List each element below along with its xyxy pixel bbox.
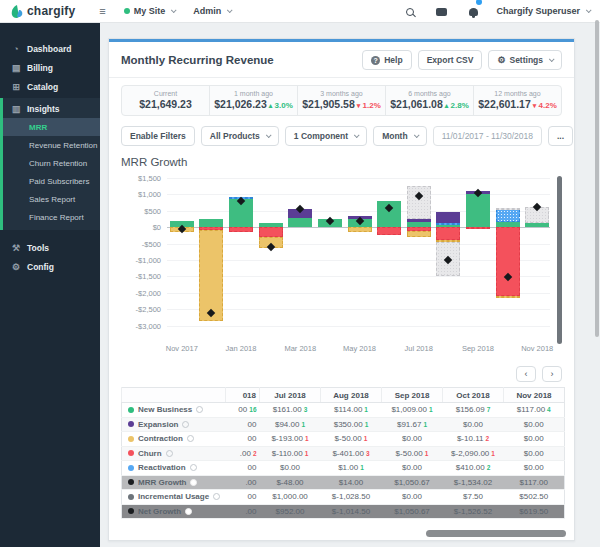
chart-title: MRR Growth xyxy=(121,156,562,168)
bar-segment-incremental_usage[interactable] xyxy=(496,208,520,210)
bar-segment-contraction[interactable] xyxy=(407,231,431,237)
bar-segment-reactivation[interactable] xyxy=(496,209,520,222)
user-menu-label: Chargify Superuser xyxy=(496,6,580,16)
info-icon[interactable] xyxy=(213,493,220,500)
config-icon: ⚙ xyxy=(11,262,21,272)
hamburger-menu-icon[interactable]: ≡ xyxy=(99,5,105,17)
info-icon[interactable] xyxy=(187,435,194,442)
bar-segment-churn[interactable] xyxy=(436,227,460,240)
site-selector[interactable]: My Site xyxy=(124,6,176,16)
info-icon[interactable] xyxy=(185,508,192,515)
search-icon[interactable] xyxy=(406,2,414,20)
messages-icon[interactable] xyxy=(436,2,447,20)
sidebar-item-revenue-retention[interactable]: Revenue Retention xyxy=(3,136,100,154)
bar-segment-new_business[interactable] xyxy=(288,218,312,228)
column-header: Jul 2018 xyxy=(260,388,321,403)
column-header: Oct 2018 xyxy=(443,388,504,403)
bar-segment-reactivation[interactable] xyxy=(436,223,460,225)
y-axis-tick-label: $0 xyxy=(121,223,161,232)
row-label-cell: Contraction xyxy=(122,432,226,447)
help-button-label: Help xyxy=(384,55,402,65)
page-scrollbar xyxy=(595,0,599,547)
value-cell: $1,050.67 xyxy=(382,475,443,490)
series-color-dot xyxy=(128,407,134,413)
chargify-logo[interactable]: chargify xyxy=(10,4,75,19)
products-dropdown-label: All Products xyxy=(210,131,260,141)
value-cell: $0.00 xyxy=(382,461,443,476)
chart-vertical-scrollbar-thumb[interactable] xyxy=(557,176,562,344)
info-icon[interactable] xyxy=(196,406,203,413)
bar-segment-churn[interactable] xyxy=(377,227,401,235)
bar-segment-new_business[interactable] xyxy=(466,194,490,227)
user-menu[interactable]: Chargify Superuser xyxy=(496,6,590,16)
info-icon[interactable] xyxy=(190,479,197,486)
notifications-bell-icon[interactable] xyxy=(469,2,478,20)
bar-segment-churn[interactable] xyxy=(229,227,253,232)
chart-gridline xyxy=(167,309,550,310)
next-page-button[interactable]: › xyxy=(542,366,562,382)
info-icon[interactable] xyxy=(166,450,173,457)
sidebar-item-finance-report[interactable]: Finance Report xyxy=(3,208,100,226)
stat-delta: ▴ 3.0% xyxy=(269,101,293,110)
mrr-breakdown-table: 018Jul 2018Aug 2018Sep 2018Oct 2018Nov 2… xyxy=(121,387,565,519)
bar-segment-churn[interactable] xyxy=(466,227,490,229)
sidebar-item-paid-subscribers[interactable]: Paid Subscribers xyxy=(3,172,100,190)
enable-filters-button[interactable]: Enable Filters xyxy=(121,126,195,146)
bar-segment-contraction[interactable] xyxy=(348,227,372,232)
sidebar-item-mrr[interactable]: MRR xyxy=(3,118,100,136)
sidebar-item-dashboard[interactable]: ◔Dashboard xyxy=(0,39,100,58)
bar-segment-churn[interactable] xyxy=(259,227,283,237)
row-label: MRR Growth xyxy=(138,478,186,487)
sidebar-item-config[interactable]: ⚙Config xyxy=(0,257,100,276)
subscriber-count: 2 xyxy=(253,450,257,457)
subscriber-count: 1 xyxy=(305,435,309,442)
page-scrollbar-thumb[interactable] xyxy=(595,20,599,337)
column-header: Aug 2018 xyxy=(321,388,382,403)
bar-segment-contraction[interactable] xyxy=(496,296,520,298)
sidebar-item-insights[interactable]: ▥Insights xyxy=(3,99,100,118)
value-cell: $-1,028.50 xyxy=(321,490,382,505)
components-dropdown[interactable]: 1 Component xyxy=(285,126,367,146)
chargify-logo-icon xyxy=(10,4,24,19)
filter-toolbar: Enable Filters All Products 1 Component … xyxy=(121,126,562,146)
sidebar-group-insights: ▥InsightsMRRRevenue RetentionChurn Reten… xyxy=(0,98,100,230)
sidebar-item-sales-report[interactable]: Sales Report xyxy=(3,190,100,208)
sidebar-item-billing[interactable]: ▤Billing xyxy=(0,58,100,77)
admin-menu[interactable]: Admin xyxy=(193,6,231,16)
cell-partial: 00 xyxy=(226,432,260,447)
bar-segment-expansion[interactable] xyxy=(436,212,460,223)
up-arrow-icon: ▴ xyxy=(445,102,449,109)
row-label: Churn xyxy=(138,449,162,458)
chevron-down-icon xyxy=(354,132,360,138)
bar-segment-new_business[interactable] xyxy=(199,219,223,227)
value-cell: $161.003 xyxy=(260,403,321,418)
table-horizontal-scrollbar-thumb[interactable] xyxy=(426,530,566,537)
subscriber-count: 7 xyxy=(487,406,491,413)
products-dropdown[interactable]: All Products xyxy=(201,126,279,146)
more-options-button[interactable]: ... xyxy=(548,126,573,146)
settings-button[interactable]: ⚙ Settings xyxy=(488,50,562,70)
bar-segment-expansion[interactable] xyxy=(407,219,431,222)
bar-segment-new_business[interactable] xyxy=(525,223,549,227)
series-color-dot xyxy=(128,494,134,500)
sidebar-item-churn-retention[interactable]: Churn Retention xyxy=(3,154,100,172)
sidebar-item-tools[interactable]: ⚒Tools xyxy=(0,238,100,257)
export-csv-button[interactable]: Export CSV xyxy=(418,50,483,70)
row-label-cell: Net Growth xyxy=(122,504,226,519)
info-icon[interactable] xyxy=(190,464,197,471)
date-range-input[interactable]: 11/01/2017 - 11/30/2018 xyxy=(433,126,542,146)
row-label: Contraction xyxy=(138,434,183,443)
x-axis-tick-label: Mar 2018 xyxy=(270,344,330,353)
prev-page-button[interactable]: ‹ xyxy=(516,366,536,382)
table-row-churn: Churn.002$-110.001$-401.003$-50.001$-2,0… xyxy=(122,446,565,461)
catalog-icon: ⊞ xyxy=(11,82,21,92)
bar-segment-contraction[interactable] xyxy=(199,230,223,321)
info-icon[interactable] xyxy=(182,421,189,428)
interval-dropdown[interactable]: Month xyxy=(373,126,427,146)
admin-menu-label: Admin xyxy=(193,6,221,16)
subscriber-count: 1 xyxy=(365,421,369,428)
bar-segment-churn[interactable] xyxy=(496,227,520,296)
help-button[interactable]: ? Help xyxy=(362,50,411,70)
table-row-net-growth: Net Growth.00$952.00$-1,014.50$1,050.67$… xyxy=(122,504,565,519)
sidebar-item-catalog[interactable]: ⊞Catalog xyxy=(0,77,100,96)
